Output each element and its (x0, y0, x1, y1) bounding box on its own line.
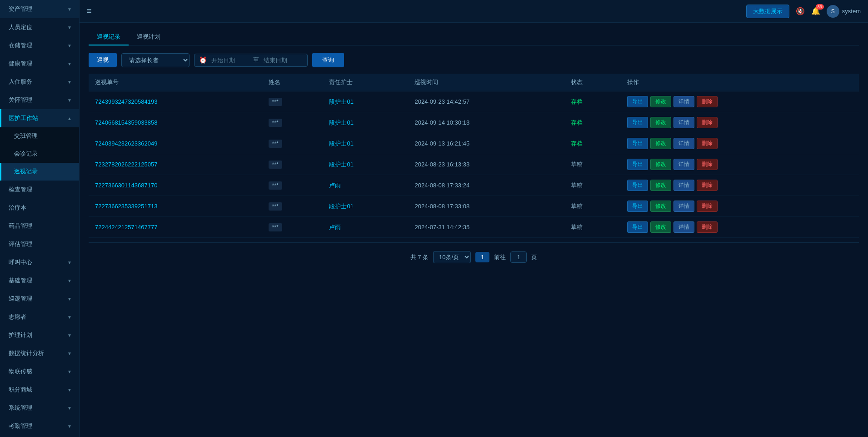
delete-button[interactable]: 删除 (697, 180, 718, 191)
export-button[interactable]: 导出 (627, 138, 648, 149)
delete-button[interactable]: 删除 (697, 159, 718, 170)
sidebar-item-assets[interactable]: 资产管理 ▼ (0, 0, 79, 18)
page-size-select[interactable]: 10条/页 20条/页 50条/页 (433, 251, 471, 263)
export-button[interactable]: 导出 (627, 117, 648, 128)
sidebar-item-warehouse[interactable]: 仓储管理 ▼ (0, 36, 79, 55)
delete-button[interactable]: 删除 (697, 201, 718, 212)
sidebar-label: 会诊记录 (14, 150, 38, 158)
export-button[interactable]: 导出 (627, 159, 648, 170)
query-button[interactable]: 查询 (312, 53, 344, 67)
export-button[interactable]: 导出 (627, 201, 648, 212)
sidebar-item-iot[interactable]: 物联传感 ▼ (0, 362, 79, 381)
end-date-input[interactable] (262, 54, 303, 66)
table-row: 7240394232623362049 *** 段护士01 2024-09-13… (89, 133, 859, 154)
sidebar-label: 积分商城 (9, 386, 32, 394)
cell-id: 7243993247320584193 (89, 91, 262, 112)
cell-time: 2024-08-23 16:13:33 (408, 154, 564, 175)
detail-button[interactable]: 详情 (673, 96, 694, 107)
sidebar-item-consultation[interactable]: 会诊记录 (0, 145, 79, 163)
col-status: 状态 (564, 74, 621, 91)
table-row: 7227366301143687170 *** 卢雨 2024-08-08 17… (89, 175, 859, 196)
cell-actions: 导出 修改 详情 删除 (621, 133, 859, 154)
start-date-input[interactable] (210, 54, 250, 66)
tab-patrol-records[interactable]: 巡视记录 (89, 29, 129, 45)
big-data-button[interactable]: 大数据展示 (746, 5, 789, 18)
cell-name: *** (262, 154, 323, 175)
edit-button[interactable]: 修改 (650, 117, 671, 128)
notification-icon[interactable]: 🔔 33 (811, 7, 820, 15)
sidebar-item-treatment[interactable]: 治疗本 (0, 199, 79, 217)
edit-button[interactable]: 修改 (650, 138, 671, 149)
sidebar-item-nursing-plan[interactable]: 护理计划 ▼ (0, 326, 79, 344)
sidebar-item-inspection[interactable]: 检查管理 (0, 181, 79, 199)
sidebar-item-patrol-mgmt[interactable]: 巡逻管理 ▼ (0, 290, 79, 308)
sidebar-label: 基础管理 (9, 276, 32, 285)
sidebar-item-statistics[interactable]: 数据统计分析 ▼ (0, 344, 79, 362)
patrol-table: 巡视单号 姓名 责任护士 巡视时间 状态 操作 7243993247320584… (89, 74, 859, 238)
tab-patrol-plan[interactable]: 巡视计划 (129, 29, 169, 45)
detail-button[interactable]: 详情 (673, 180, 694, 191)
sidebar-item-shift[interactable]: 交班管理 (0, 127, 79, 145)
export-button[interactable]: 导出 (627, 221, 648, 233)
sidebar-item-evaluation[interactable]: 评估管理 (0, 235, 79, 253)
sidebar-item-visitor[interactable]: 访客管理 ▼ (0, 435, 79, 437)
current-page-num[interactable]: 1 (475, 252, 489, 262)
table-row: 7240668154359033858 *** 段护士01 2024-09-14… (89, 112, 859, 133)
sidebar-item-basic[interactable]: 基础管理 ▼ (0, 271, 79, 290)
edit-button[interactable]: 修改 (650, 221, 671, 233)
delete-button[interactable]: 删除 (697, 117, 718, 128)
edit-button[interactable]: 修改 (650, 159, 671, 170)
total-label: 共 7 条 (410, 253, 429, 261)
ward-select[interactable]: 请选择长者 (121, 53, 190, 67)
sidebar-label: 志愿者 (9, 313, 26, 321)
sidebar-item-attendance[interactable]: 考勤管理 ▼ (0, 417, 79, 435)
delete-button[interactable]: 删除 (697, 96, 718, 107)
add-patrol-button[interactable]: 巡视 (89, 53, 117, 67)
sidebar-label: 医护工作站 (9, 114, 38, 122)
sidebar-item-medicine[interactable]: 药品管理 (0, 217, 79, 235)
col-actions: 操作 (621, 74, 859, 91)
toolbar: 巡视 请选择长者 ⏰ 至 查询 (89, 53, 859, 67)
export-button[interactable]: 导出 (627, 180, 648, 191)
export-button[interactable]: 导出 (627, 96, 648, 107)
chevron-icon: ▼ (67, 98, 72, 103)
edit-button[interactable]: 修改 (650, 201, 671, 212)
detail-button[interactable]: 详情 (673, 221, 694, 233)
chevron-icon: ▼ (67, 351, 72, 356)
delete-button[interactable]: 删除 (697, 138, 718, 149)
goto-page-input[interactable] (510, 251, 527, 263)
user-area[interactable]: S system (827, 5, 861, 18)
chevron-icon: ▼ (67, 296, 72, 301)
cell-id: 7240394232623362049 (89, 133, 262, 154)
sidebar-label: 仓储管理 (9, 41, 32, 50)
cell-id: 7224424212571467777 (89, 217, 262, 238)
sidebar-item-mall[interactable]: 积分商城 ▼ (0, 381, 79, 399)
detail-button[interactable]: 详情 (673, 138, 694, 149)
cell-nurse: 段护士01 (323, 154, 408, 175)
sidebar-item-call[interactable]: 呼叫中心 ▼ (0, 253, 79, 271)
col-time: 巡视时间 (408, 74, 564, 91)
sidebar-item-health[interactable]: 健康管理 ▼ (0, 55, 79, 73)
menu-icon[interactable]: ≡ (87, 6, 92, 16)
sidebar-item-personnel[interactable]: 人员定位 ▼ (0, 18, 79, 36)
edit-button[interactable]: 修改 (650, 96, 671, 107)
cell-time: 2024-08-08 17:33:08 (408, 196, 564, 217)
cell-time: 2024-09-23 14:42:57 (408, 91, 564, 112)
sidebar-item-volunteer[interactable]: 志愿者 ▼ (0, 308, 79, 326)
edit-button[interactable]: 修改 (650, 180, 671, 191)
cell-time: 2024-09-14 10:30:13 (408, 112, 564, 133)
cell-id: 7227366235339251713 (89, 196, 262, 217)
sidebar-item-system[interactable]: 系统管理 ▼ (0, 399, 79, 417)
sidebar-item-care[interactable]: 关怀管理 ▼ (0, 91, 79, 109)
sidebar-label: 评估管理 (9, 240, 32, 248)
delete-button[interactable]: 删除 (697, 221, 718, 233)
sidebar-item-medical[interactable]: 医护工作站 ▲ (0, 109, 79, 127)
cell-id: 7227366301143687170 (89, 175, 262, 196)
cell-time: 2024-09-13 16:21:45 (408, 133, 564, 154)
detail-button[interactable]: 详情 (673, 117, 694, 128)
detail-button[interactable]: 详情 (673, 159, 694, 170)
sidebar-item-checkin[interactable]: 入住服务 ▼ (0, 73, 79, 91)
detail-button[interactable]: 详情 (673, 201, 694, 212)
volume-icon[interactable]: 🔇 (796, 7, 805, 15)
sidebar-item-patrol[interactable]: 巡视记录 (0, 163, 79, 181)
